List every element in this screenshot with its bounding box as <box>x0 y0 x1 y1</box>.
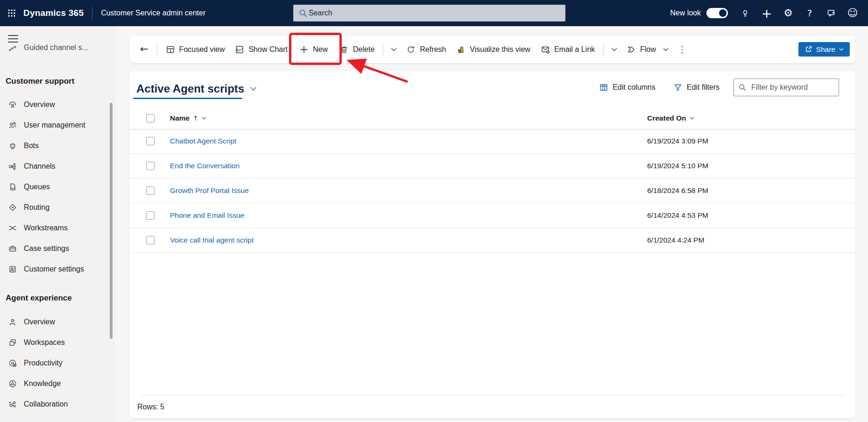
sidebar-item-customer-settings[interactable]: Customer settings <box>0 259 111 279</box>
smiley-icon: ☺ <box>847 8 858 18</box>
toolbar-divider <box>383 43 383 56</box>
sidebar-item-label: Queues <box>24 183 50 191</box>
delete-split-chevron[interactable] <box>387 40 401 59</box>
sidebar-scrollbar[interactable] <box>110 103 113 339</box>
table-row[interactable]: Chatbot Agent Script 6/19/2024 3:09 PM <box>129 129 855 154</box>
select-all-checkbox[interactable] <box>146 114 155 122</box>
sidebar-item-routing[interactable]: Routing <box>0 197 111 218</box>
record-link[interactable]: Chatbot Agent Script <box>170 137 236 145</box>
view-selector[interactable]: Active Agent scripts <box>136 82 257 95</box>
toolbar-divider <box>157 43 157 56</box>
button-label: Refresh <box>420 45 446 54</box>
refresh-icon <box>406 45 416 54</box>
record-link[interactable]: Growth Prof Portal Issue <box>170 186 249 195</box>
column-label: Name <box>170 114 190 122</box>
chevron-down-icon <box>663 48 669 51</box>
column-header-name[interactable]: Name ↑ <box>170 114 206 122</box>
account-button[interactable]: ☺ <box>842 0 863 26</box>
sidebar-item-case-settings[interactable]: Case settings <box>0 238 111 259</box>
chevron-down-icon <box>839 48 844 51</box>
delete-button[interactable]: Delete <box>334 40 380 59</box>
overflow-chevron[interactable] <box>607 40 621 59</box>
visualize-view-button[interactable]: Visualize this view <box>451 40 536 59</box>
toolbar-divider <box>603 43 604 56</box>
sidebar-item-channels[interactable]: Channels <box>0 156 111 177</box>
table-row[interactable]: Growth Prof Portal Issue 6/18/2024 6:58 … <box>129 179 855 203</box>
button-label: Email a Link <box>554 45 595 54</box>
feedback-button[interactable] <box>820 0 842 26</box>
new-look-toggle[interactable] <box>706 8 728 18</box>
sidebar-item-productivity[interactable]: Productivity <box>0 353 111 373</box>
add-button[interactable]: + <box>756 0 777 26</box>
sidebar-item-overview[interactable]: Overview <box>0 94 111 115</box>
brand-title[interactable]: Dynamics 365 <box>23 8 84 18</box>
email-link-button[interactable]: Email a Link <box>536 40 600 59</box>
record-link[interactable]: Phone and Email Issue <box>170 211 244 220</box>
column-header-created-on[interactable]: Created On <box>647 114 694 122</box>
plus-icon: + <box>762 7 772 20</box>
new-look-label: New look <box>670 9 701 17</box>
created-on-cell: 6/19/2024 3:09 PM <box>647 137 708 145</box>
sidebar-item-guided-channel-setup[interactable]: Guided channel s... <box>0 44 111 56</box>
row-checkbox[interactable] <box>146 137 155 145</box>
help-button[interactable]: ? <box>799 0 820 26</box>
sidebar-item-label: Overview <box>24 100 55 109</box>
site-map-sidebar: Guided channel s... Customer support Ove… <box>0 26 115 422</box>
record-link[interactable]: End the Conversation <box>170 162 240 170</box>
flow-button[interactable]: Flow <box>621 40 674 59</box>
sidebar-item-label: Productivity <box>24 359 63 367</box>
edit-filters-button[interactable]: Edit filters <box>669 80 724 95</box>
global-search-input[interactable] <box>308 8 560 18</box>
sidebar-item-label: User management <box>24 121 85 129</box>
sidebar-item-user-management[interactable]: User management <box>0 115 111 136</box>
question-icon: ? <box>807 8 812 18</box>
rows-count: Rows: 5 <box>137 403 164 411</box>
show-chart-button[interactable]: Show Chart <box>230 40 293 59</box>
gear-icon: ⚙ <box>783 8 793 18</box>
users-icon <box>8 121 17 130</box>
sidebar-item-label: Workstreams <box>24 224 68 232</box>
keyword-filter-input[interactable] <box>750 83 834 92</box>
edit-columns-button[interactable]: Edit columns <box>594 80 660 95</box>
keyword-filter[interactable] <box>734 79 839 96</box>
button-label: Flow <box>640 45 656 54</box>
routing-icon <box>8 203 17 212</box>
sidebar-item-workstreams[interactable]: Workstreams <box>0 218 111 238</box>
sidebar-item-agent-overview[interactable]: Overview <box>0 312 111 332</box>
settings-button[interactable]: ⚙ <box>777 0 799 26</box>
sidebar-item-bots[interactable]: Bots <box>0 136 111 156</box>
sidebar-item-queues[interactable]: Queues <box>0 177 111 197</box>
email-link-icon <box>541 45 550 54</box>
app-name[interactable]: Customer Service admin center <box>101 9 205 17</box>
table-row[interactable]: Phone and Email Issue 6/14/2024 4:53 PM <box>129 203 855 228</box>
button-label: Visualize this view <box>470 45 530 54</box>
more-commands-button[interactable]: ⋮ <box>674 40 691 59</box>
share-button[interactable]: Share <box>798 42 850 57</box>
sidebar-item-collaboration[interactable]: Collaboration <box>0 394 111 415</box>
section-title-customer-support: Customer support <box>6 77 74 86</box>
focused-view-icon <box>166 45 175 54</box>
workspaces-icon <box>8 338 17 347</box>
row-checkbox[interactable] <box>146 236 155 244</box>
view-title: Active Agent scripts <box>136 82 244 95</box>
footer-divider <box>141 395 844 395</box>
global-search[interactable] <box>293 5 565 21</box>
ideas-button[interactable] <box>734 0 756 26</box>
refresh-button[interactable]: Refresh <box>401 40 451 59</box>
sidebar-item-knowledge[interactable]: Knowledge <box>0 373 111 394</box>
table-row[interactable]: Voice call trial agent script 6/1/2024 4… <box>129 228 855 253</box>
app-launcher-button[interactable] <box>0 0 23 26</box>
new-button[interactable]: New <box>293 40 334 59</box>
table-row[interactable]: End the Conversation 6/19/2024 5:10 PM <box>129 154 855 179</box>
button-label: Share <box>816 45 835 54</box>
sidebar-item-workspaces[interactable]: Workspaces <box>0 332 111 353</box>
collapse-sitemap-button[interactable] <box>8 33 18 45</box>
active-view-underline <box>133 98 242 99</box>
row-checkbox[interactable] <box>146 186 155 195</box>
sidebar-item-label: Knowledge <box>24 379 61 388</box>
record-link[interactable]: Voice call trial agent script <box>170 236 254 244</box>
back-button[interactable]: ← <box>135 40 154 59</box>
row-checkbox[interactable] <box>146 211 155 220</box>
row-checkbox[interactable] <box>146 162 155 170</box>
focused-view-button[interactable]: Focused view <box>161 40 230 59</box>
